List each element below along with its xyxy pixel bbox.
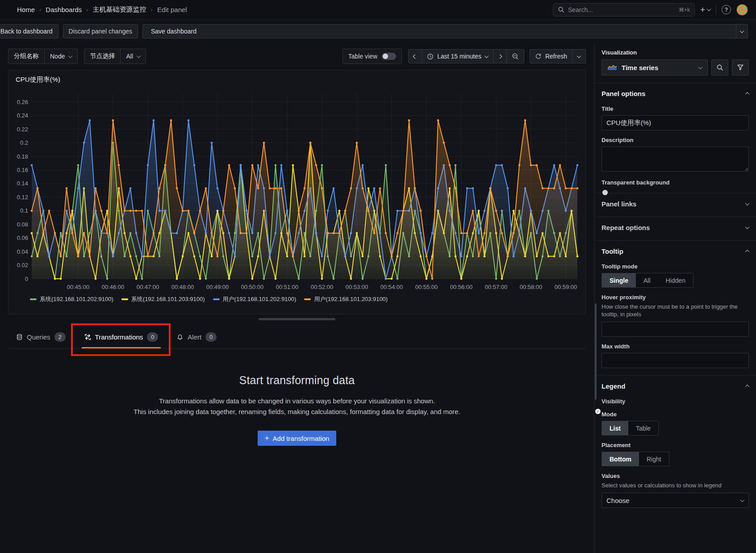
breadcrumb: Home › Dashboards › 主机基础资源监控 › Edit pane…: [17, 5, 187, 14]
repeat-options-section-header[interactable]: Repeat options: [601, 217, 749, 233]
legend-placement-bottom[interactable]: Bottom: [602, 452, 639, 466]
variable-group-value-text: Node: [50, 53, 65, 60]
legend-item[interactable]: 用户(192.168.101.203:9100): [304, 295, 388, 303]
breadcrumb-separator: ›: [86, 6, 88, 13]
legend-placement-right[interactable]: Right: [639, 452, 669, 466]
panel-links-header-label: Panel links: [601, 200, 636, 208]
legend-item[interactable]: 系统(192.168.101.203:9100): [121, 295, 205, 303]
transformations-empty-state: Start transforming data Transformations …: [8, 374, 586, 446]
panel-title-input[interactable]: [601, 115, 749, 130]
transform-icon: [84, 334, 91, 340]
breadcrumb-dashboard-name[interactable]: 主机基础资源监控: [93, 5, 146, 14]
variable-node-label: 节点选择: [84, 49, 120, 63]
variable-node[interactable]: 节点选择 All: [84, 49, 146, 64]
tooltip-mode-all[interactable]: All: [636, 273, 658, 287]
toggle-knob: ✓: [595, 409, 601, 414]
variable-node-value[interactable]: All: [120, 49, 146, 63]
tab-alert[interactable]: Alert 0: [170, 326, 224, 348]
add-transformation-button[interactable]: + Add transformation: [258, 431, 337, 446]
x-axis-tick: 00:46:00: [102, 284, 125, 290]
search-box[interactable]: ⌘+k: [553, 3, 695, 17]
discard-panel-changes-button[interactable]: Discard panel changes: [63, 24, 138, 38]
search-visualization-button[interactable]: [711, 59, 728, 75]
x-axis-tick: 00:56:00: [450, 284, 473, 290]
back-to-dashboard-button[interactable]: ← Back to dashboard: [0, 24, 58, 38]
variable-group[interactable]: 分组名称 Node: [8, 49, 78, 64]
chevron-down-icon: [740, 498, 745, 502]
visualization-label: Visualization: [601, 49, 749, 56]
variable-group-value[interactable]: Node: [44, 49, 77, 63]
legend-item[interactable]: 用户(192.168.101.202:9100): [213, 295, 297, 303]
legend-series-label: 用户(192.168.101.203:9100): [314, 295, 388, 303]
save-dashboard-button[interactable]: Save dashboard: [142, 24, 736, 38]
chevron-down-icon: [137, 54, 141, 58]
tab-queries[interactable]: Queries 2: [9, 326, 73, 348]
panel-title[interactable]: CPU使用率(%): [12, 74, 582, 87]
legend-values-select[interactable]: Choose: [601, 493, 749, 508]
transparent-background-label: Transparent background: [601, 179, 749, 186]
legend-item[interactable]: 系统(192.168.101.202:9100): [30, 295, 113, 303]
chevron-right-icon: [498, 54, 502, 59]
options-scrollbar[interactable]: [595, 303, 597, 400]
time-shift-back-button[interactable]: [408, 49, 422, 63]
plus-icon: +: [265, 434, 269, 443]
refresh-interval-button[interactable]: [572, 49, 586, 63]
breadcrumb-home[interactable]: Home: [17, 6, 35, 13]
refresh-button[interactable]: Refresh: [530, 49, 572, 63]
tab-queries-badge: 2: [54, 332, 66, 342]
time-shift-forward-button[interactable]: [493, 49, 507, 63]
legend-mode-table[interactable]: Table: [628, 421, 658, 435]
search-input[interactable]: [568, 6, 675, 13]
zoom-out-time-button[interactable]: [507, 49, 524, 63]
x-axis-tick: 00:52:00: [311, 284, 334, 290]
legend-mode-group: List Table: [601, 421, 659, 436]
panel-options-section-header[interactable]: Panel options: [601, 83, 749, 99]
table-view-toggle[interactable]: [382, 53, 396, 60]
save-dashboard-menu-button[interactable]: [736, 24, 748, 38]
tooltip-section-header[interactable]: Tooltip: [601, 241, 749, 257]
legend-series-label: 用户(192.168.101.202:9100): [223, 295, 297, 303]
panel-links-section-header[interactable]: Panel links: [601, 193, 749, 209]
chevron-down-icon: [745, 201, 750, 205]
splitter-handle[interactable]: [259, 318, 335, 320]
tooltip-mode-hidden[interactable]: Hidden: [658, 273, 693, 287]
toggle-knob: [383, 54, 388, 59]
hover-proximity-input[interactable]: [601, 322, 749, 337]
chevron-up-icon: [745, 385, 750, 389]
tab-transformations[interactable]: Transformations 0: [77, 326, 166, 348]
y-axis-tick: 0.14: [17, 180, 28, 187]
timeseries-plot[interactable]: 00.020.040.060.080.10.120.140.160.180.20…: [12, 87, 581, 292]
time-range-picker[interactable]: Last 15 minutes: [422, 49, 493, 63]
add-new-button[interactable]: +: [700, 5, 710, 14]
legend-header-label: Legend: [601, 382, 625, 390]
y-axis-tick: 0.08: [17, 221, 28, 228]
chevron-down-icon: [577, 54, 581, 58]
tab-transformations-badge: 0: [147, 332, 158, 342]
tooltip-mode-single[interactable]: Single: [602, 273, 636, 287]
filter-options-button[interactable]: [732, 59, 749, 75]
tooltip-mode-label: Tooltip mode: [601, 263, 749, 270]
top-nav: Home › Dashboards › 主机基础资源监控 › Edit pane…: [0, 0, 756, 20]
timeseries-viz-icon: [607, 64, 617, 71]
description-field-label: Description: [601, 137, 749, 143]
visualization-picker[interactable]: Time series: [601, 59, 708, 75]
visualization-value: Time series: [622, 64, 694, 71]
legend-mode-list[interactable]: List: [602, 421, 628, 435]
panel-description-input[interactable]: [601, 147, 749, 172]
avatar[interactable]: [736, 4, 748, 16]
hover-proximity-description: How close the cursor must be to a point …: [601, 303, 749, 318]
panel-editor-tabs: Queries 2 Transformations 0 Alert 0: [8, 326, 586, 349]
legend-visibility-label: Visibility: [601, 398, 749, 405]
time-range-label: Last 15 minutes: [437, 53, 481, 60]
chevron-down-icon: [68, 54, 73, 58]
variable-group-label: 分组名称: [8, 49, 44, 63]
x-axis-tick: 00:50:00: [241, 284, 264, 290]
help-icon[interactable]: ?: [722, 5, 731, 14]
max-width-input[interactable]: [601, 353, 749, 368]
hover-proximity-label: Hover proximity: [601, 294, 749, 301]
breadcrumb-dashboards[interactable]: Dashboards: [46, 6, 82, 13]
legend-section-header[interactable]: Legend: [601, 376, 749, 392]
chevron-up-icon: [745, 92, 750, 96]
toggle-knob: [602, 190, 608, 195]
y-axis-tick: 0.18: [17, 153, 28, 160]
